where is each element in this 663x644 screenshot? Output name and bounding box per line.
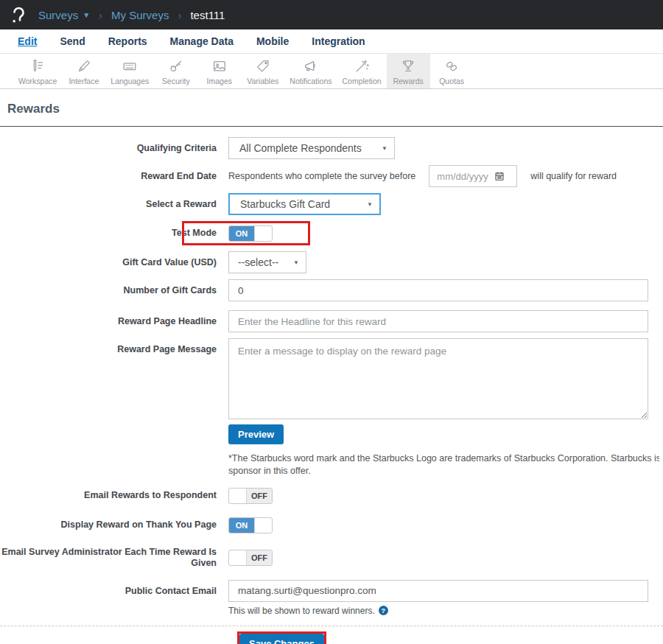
breadcrumb-separator: ›: [178, 9, 181, 21]
toggle-knob: [229, 489, 247, 503]
display-reward-toggle[interactable]: ON: [228, 517, 273, 533]
headline-input[interactable]: [228, 310, 648, 332]
toolbar-item-languages[interactable]: Languages: [105, 54, 154, 88]
trophy-icon: [400, 58, 416, 74]
chevron-down-icon: ▼: [293, 259, 299, 266]
save-annotation-box: Save Changes: [237, 631, 326, 644]
public-email-input[interactable]: [228, 580, 648, 602]
nav-tab-mobile[interactable]: Mobile: [256, 35, 289, 47]
preview-row: Preview: [0, 424, 663, 444]
tag-icon: [255, 58, 271, 74]
nav-tab-integration[interactable]: Integration: [312, 35, 365, 47]
nav-tab-manage-data[interactable]: Manage Data: [170, 35, 234, 47]
gift-card-value-label: Gift Card Value (USD): [0, 257, 228, 268]
help-icon[interactable]: ?: [379, 606, 388, 615]
select-reward-row: Select a Reward Starbucks Gift Card ▼: [0, 193, 663, 215]
questionpro-logo[interactable]: [9, 5, 28, 24]
chevron-down-icon[interactable]: ▼: [83, 11, 90, 19]
qualifying-criteria-label: Qualifying Criteria: [0, 143, 228, 154]
toolbar-item-notifications[interactable]: Notifications: [284, 54, 337, 88]
wand-icon: [354, 58, 370, 74]
starbucks-disclaimer-line2: sponsor in this offer.: [228, 465, 659, 477]
chevron-down-icon: ▼: [367, 201, 373, 208]
num-gift-cards-label: Number of Gift Cards: [0, 285, 228, 296]
toolbar-item-interface[interactable]: Interface: [62, 54, 105, 88]
toolbar-item-label: Completion: [343, 77, 382, 85]
top-bar: Surveys ▼ › My Surveys › test111: [0, 0, 663, 29]
num-gift-cards-input[interactable]: [228, 279, 648, 301]
gift-card-value-select[interactable]: --select-- ▼: [228, 251, 306, 273]
pen-icon: [76, 58, 92, 74]
email-admin-label: Email Survey Administrator Each Time Rew…: [0, 547, 228, 569]
calendar-icon[interactable]: [494, 171, 505, 181]
toggle-state-label: OFF: [247, 550, 272, 565]
message-textarea[interactable]: [228, 338, 648, 419]
qualifying-criteria-select[interactable]: All Complete Respondents ▼: [228, 137, 395, 159]
keyboard-icon: [122, 58, 138, 74]
email-rewards-toggle[interactable]: OFF: [228, 488, 273, 504]
email-admin-toggle[interactable]: OFF: [228, 550, 273, 566]
toolbar-item-rewards[interactable]: Rewards: [387, 54, 430, 88]
chain-icon: [443, 58, 460, 74]
toggle-knob: [254, 518, 272, 533]
end-date-prefix-text: Respondents who complete the survey befo…: [228, 171, 415, 181]
breadcrumb-product-menu[interactable]: Surveys: [38, 9, 78, 21]
test-mode-row: Test Mode ON: [0, 221, 663, 245]
public-email-helper-text: This will be shown to reward winners.: [228, 606, 375, 616]
select-reward-select[interactable]: Starbucks Gift Card ▼: [228, 193, 381, 215]
end-date-field[interactable]: [429, 165, 517, 187]
select-reward-value: Starbucks Gift Card: [240, 198, 330, 210]
toggle-knob: [254, 226, 272, 241]
num-gift-cards-row: Number of Gift Cards: [0, 279, 663, 301]
main-nav: Edit Send Reports Manage Data Mobile Int…: [0, 29, 663, 54]
breadcrumb-my-surveys[interactable]: My Surveys: [111, 9, 169, 21]
toolbar-item-workspace[interactable]: Workspace: [13, 54, 62, 88]
toolbar-item-images[interactable]: Images: [197, 54, 241, 88]
rewards-form: Qualifying Criteria All Complete Respond…: [0, 127, 663, 644]
headline-row: Reward Page Headline: [0, 310, 663, 332]
workspace-icon: [29, 58, 46, 74]
toggle-knob: [229, 550, 247, 565]
toggle-state-label: OFF: [247, 489, 272, 503]
megaphone-icon: [303, 58, 319, 74]
public-email-label: Public Contact Email: [0, 580, 228, 597]
email-rewards-row: Email Rewards to Respondent OFF: [0, 488, 663, 504]
headline-label: Reward Page Headline: [0, 316, 228, 327]
save-changes-button[interactable]: Save Changes: [239, 634, 324, 644]
toolbar-item-quotas[interactable]: Quotas: [430, 54, 474, 88]
toolbar-item-completion[interactable]: Completion: [337, 54, 387, 88]
select-reward-label: Select a Reward: [0, 199, 228, 210]
toolbar-item-label: Quotas: [439, 77, 464, 85]
public-email-row: Public Contact Email This will be shown …: [0, 580, 663, 616]
qualifying-criteria-row: Qualifying Criteria All Complete Respond…: [0, 137, 663, 159]
toggle-state-label: ON: [229, 518, 254, 533]
nav-tab-send[interactable]: Send: [60, 35, 85, 47]
toolbar-item-label: Interface: [69, 77, 99, 85]
message-label: Reward Page Message: [0, 338, 228, 355]
message-row: Reward Page Message: [0, 338, 663, 419]
toolbar-item-security[interactable]: Security: [154, 54, 197, 88]
edit-toolbar: Workspace Interface Languages Security I…: [0, 54, 663, 89]
breadcrumb-current-survey: test111: [190, 9, 225, 21]
preview-button[interactable]: Preview: [228, 424, 284, 444]
disclaimer-row: *The Starbucks word mark and the Starbuc…: [0, 452, 663, 477]
nav-tab-reports[interactable]: Reports: [108, 35, 147, 47]
page-title: Rewards: [7, 102, 663, 116]
nav-tab-edit[interactable]: Edit: [18, 35, 37, 47]
toolbar-item-label: Images: [207, 77, 232, 85]
end-date-input[interactable]: [437, 171, 494, 182]
image-icon: [211, 58, 228, 74]
display-reward-row: Display Reward on Thank You Page ON: [0, 517, 663, 533]
gift-card-value-row: Gift Card Value (USD) --select-- ▼: [0, 251, 663, 273]
key-icon: [168, 58, 184, 74]
toolbar-item-label: Variables: [247, 77, 278, 85]
toolbar-item-variables[interactable]: Variables: [241, 54, 284, 88]
reward-end-date-label: Reward End Date: [0, 171, 228, 182]
toolbar-item-label: Languages: [110, 77, 149, 85]
gift-card-value-value: --select--: [238, 256, 278, 268]
test-mode-toggle[interactable]: ON: [228, 225, 273, 242]
toggle-state-label: ON: [229, 226, 254, 241]
toolbar-item-label: Workspace: [18, 77, 57, 85]
reward-end-date-row: Reward End Date Respondents who complete…: [0, 165, 663, 187]
toolbar-item-label: Rewards: [393, 77, 423, 85]
